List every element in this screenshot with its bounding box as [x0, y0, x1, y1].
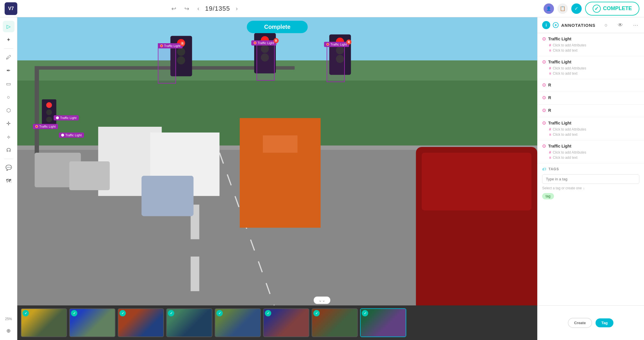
info-icon[interactable]: i [542, 21, 550, 29]
attrs-placeholder-1: Click to add Attributes [553, 43, 586, 47]
add-text-6[interactable]: ≡ Click to add text [542, 132, 639, 137]
add-attrs-6[interactable]: # Click to add Attributes [542, 127, 639, 132]
annotation-item-1[interactable]: ⊙ Traffic Light # Click to add Attribute… [538, 33, 644, 56]
annotation-label-4[interactable]: Traffic Light [54, 115, 79, 120]
text-icon-1: ≡ [549, 48, 551, 52]
annotation-dot-4 [56, 116, 59, 119]
panel-circle-btn[interactable]: ○ [603, 21, 609, 29]
svg-rect-26 [263, 135, 297, 153]
magic-wand-tool[interactable]: ⟡ [3, 131, 14, 143]
annotation-dot-2 [254, 41, 257, 44]
annotation-box-2[interactable] [257, 40, 275, 81]
zoom-tool[interactable]: ⊕ [3, 325, 14, 337]
add-text-2[interactable]: ≡ Click to add text [542, 71, 639, 76]
thumbnail-6[interactable]: ✓ [263, 308, 309, 337]
tag-icon: 🏷 [542, 167, 546, 171]
prev-image-btn[interactable]: ‹ [195, 4, 202, 13]
hash-icon-1: # [549, 43, 551, 47]
annotation-item-name-3: R [548, 83, 551, 87]
canvas-area[interactable]: Complete Traffic Light R Traffic Light R… [17, 17, 537, 305]
annotation-label-6[interactable]: Traffic Light [59, 133, 84, 138]
auto-annotate-tool[interactable]: ✦ [3, 34, 14, 46]
add-attrs-1[interactable]: # Click to add Attributes [542, 43, 639, 48]
next-image-btn[interactable]: › [233, 4, 240, 13]
done-btn[interactable]: ✓ [571, 3, 582, 14]
thumbnail-1[interactable]: ✓ [21, 308, 67, 337]
annotation-box-3[interactable] [327, 42, 345, 82]
polygon-tool[interactable]: ⬡ [3, 105, 14, 116]
user-avatar[interactable]: 👤 [544, 3, 554, 14]
annotation-item-6[interactable]: ⊙ Traffic Light # Click to add Attribute… [538, 117, 644, 140]
thumb-check-1: ✓ [23, 310, 29, 316]
annotation-label-text-2: Traffic Light [258, 41, 274, 45]
select-tool[interactable]: ▷ [3, 21, 14, 32]
add-attrs-2[interactable]: # Click to add Attributes [542, 66, 639, 71]
pen-tool[interactable]: ✒ [3, 65, 14, 76]
toolbar-separator-2 [4, 159, 13, 159]
annotation-label-2[interactable]: Traffic Light R [251, 40, 276, 46]
thumbnail-4[interactable]: ✓ [166, 308, 212, 337]
annotation-item-5[interactable]: ⊙ R [538, 105, 644, 117]
annotation-dot-6 [61, 134, 64, 137]
annotation-item-4[interactable]: ⊙ R [538, 92, 644, 105]
annotations-list: ⊙ Traffic Light # Click to add Attribute… [538, 33, 644, 340]
annotation-item-header-1: ⊙ Traffic Light [542, 36, 639, 41]
panel-eye-btn[interactable]: 👁 [617, 21, 624, 29]
bounding-box-tool[interactable]: ▭ [3, 78, 14, 90]
thumbnail-3[interactable]: ✓ [118, 308, 164, 337]
complete-banner: Complete [247, 21, 308, 33]
zoom-label: 25% [5, 317, 12, 323]
thumbnail-7[interactable]: ✓ [312, 308, 358, 337]
annotation-item-name-1: Traffic Light [548, 37, 571, 41]
tag-btn[interactable]: Tag [596, 318, 613, 327]
workflow-btn[interactable]: 📋 [557, 3, 568, 14]
complete-label: COMPLETE [603, 5, 632, 12]
create-btn[interactable]: Create [568, 318, 592, 328]
annotation-label-1[interactable]: Traffic Light R [158, 43, 183, 48]
annotation-item-header-4: ⊙ R [542, 95, 639, 100]
svg-point-35 [46, 102, 52, 108]
existing-tag[interactable]: tag [542, 193, 554, 199]
map-tool[interactable]: 🗺 [3, 175, 14, 187]
annotation-label-3[interactable]: Traffic Light R [324, 42, 349, 47]
ellipse-tool[interactable]: ○ [3, 91, 14, 103]
class-icon-7: ⊙ [542, 143, 546, 149]
undo-btn[interactable]: ↩ [169, 4, 179, 13]
add-text-7[interactable]: ≡ Click to add text [542, 155, 639, 160]
svg-rect-6 [191, 256, 199, 291]
thumbnail-5[interactable]: ✓ [215, 308, 261, 337]
annotation-item-3[interactable]: ⊙ R [538, 79, 644, 92]
collapse-btn[interactable]: ⌄⌄ [314, 296, 330, 304]
annotation-item-7[interactable]: ⊙ Traffic Light # Click to add Attribute… [538, 140, 644, 163]
svg-point-15 [177, 48, 185, 56]
tags-label: TAGS [548, 167, 559, 171]
thumbnail-2[interactable]: ✓ [69, 308, 115, 337]
add-text-1[interactable]: ≡ Click to add text [542, 48, 639, 53]
text-placeholder-7: Click to add text [553, 156, 577, 160]
add-attrs-7[interactable]: # Click to add Attributes [542, 150, 639, 155]
toolbar-separator [4, 48, 13, 49]
text-placeholder-6: Click to add text [553, 133, 577, 137]
scene-svg [17, 17, 537, 305]
tags-section: 🏷 TAGS Select a tag or create one ↓ tag [538, 163, 644, 203]
skeleton-tool[interactable]: ☊ [3, 144, 14, 156]
class-icon-1: ⊙ [542, 36, 546, 41]
annotation-dot-5 [35, 125, 38, 128]
annotation-item-2[interactable]: ⊙ Traffic Light # Click to add Attribute… [538, 56, 644, 79]
thumb-check-5: ✓ [216, 310, 223, 316]
comment-tool[interactable]: 💬 [3, 162, 14, 173]
annotation-item-name-4: R [548, 95, 551, 100]
redo-btn[interactable]: ↪ [182, 4, 192, 13]
annotation-box-1[interactable] [158, 43, 176, 84]
attrs-placeholder-2: Click to add Attributes [553, 66, 586, 70]
panel-more-btn[interactable]: ⋯ [632, 21, 639, 29]
complete-button[interactable]: ✓ COMPLETE [585, 2, 639, 16]
class-icon-4: ⊙ [542, 95, 546, 100]
thumbnail-8[interactable]: ✓ [360, 308, 406, 337]
svg-point-36 [46, 109, 52, 115]
tag-input[interactable] [542, 174, 639, 184]
brush-tool[interactable]: 🖊 [3, 52, 14, 63]
text-icon-6: ≡ [549, 133, 551, 137]
keypoint-tool[interactable]: ✛ [3, 118, 14, 129]
annotation-label-5[interactable]: Traffic Light [33, 124, 58, 129]
